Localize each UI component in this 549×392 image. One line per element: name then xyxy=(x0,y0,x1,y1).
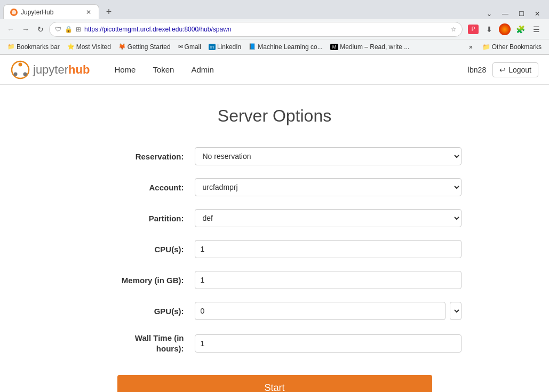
partition-control: def xyxy=(195,209,462,227)
server-options-form: Reservation: No reservation Account: urc… xyxy=(88,147,462,392)
jupyter-logo-text: jupyterhub xyxy=(33,63,90,77)
gpus-label: GPU(s): xyxy=(88,307,195,316)
partition-label: Partition: xyxy=(88,214,195,223)
linkedin-icon: in xyxy=(209,44,216,50)
ml-label: Machine Learning co... xyxy=(258,43,322,51)
folder-icon: 📁 xyxy=(482,43,490,51)
url-display: https://picottemgmt.urcf.drexel.edu:8000… xyxy=(84,26,448,33)
account-label: Account: xyxy=(88,183,195,192)
svg-point-2 xyxy=(19,62,22,66)
bookmark-star-icon[interactable]: ☆ xyxy=(451,26,457,33)
linkedin-label: LinkedIn xyxy=(217,43,241,51)
tab-favicon-icon xyxy=(10,9,18,16)
svg-point-0 xyxy=(12,10,16,14)
account-control: urcfadmprj xyxy=(195,178,462,196)
firefox-account-button[interactable] xyxy=(499,23,511,35)
refresh-button[interactable]: ↻ xyxy=(34,23,47,36)
cpus-label: CPU(s): xyxy=(88,245,195,254)
gmail-icon: ✉ xyxy=(178,43,183,50)
username-display: lbn28 xyxy=(468,66,486,74)
bookmark-gmail[interactable]: ✉ Gmail xyxy=(175,42,204,52)
most-visited-label: Most Visited xyxy=(76,43,111,51)
ml-icon: 📘 xyxy=(249,43,256,50)
gpus-row: GPU(s): No GRES xyxy=(88,302,462,320)
memory-input[interactable] xyxy=(195,271,462,289)
download-button[interactable]: ⬇ xyxy=(483,23,496,36)
logout-button[interactable]: ↩ Logout xyxy=(492,62,538,77)
window-overflow-button[interactable]: ⌄ xyxy=(482,9,497,19)
svg-point-4 xyxy=(23,72,27,76)
jupyter-logo-icon xyxy=(11,60,30,79)
reservation-select[interactable]: No reservation xyxy=(195,147,462,165)
bookmarks-overflow-button[interactable]: » xyxy=(466,42,476,52)
bookmark-ml[interactable]: 📘 Machine Learning co... xyxy=(245,42,325,52)
medium-icon: M xyxy=(330,44,339,50)
lock-icon: 🔒 xyxy=(65,26,73,33)
pocket-button[interactable]: P xyxy=(467,23,480,36)
most-visited-icon: ⭐ xyxy=(67,43,75,50)
walltime-label: Wall Time (inhours): xyxy=(88,333,195,354)
new-tab-button[interactable]: + xyxy=(101,4,116,19)
tab-title: JupyterHub xyxy=(21,9,82,16)
partition-row: Partition: def xyxy=(88,209,462,227)
reservation-row: Reservation: No reservation xyxy=(88,147,462,165)
gpus-type-select[interactable]: No GRES xyxy=(450,302,462,320)
bookmarks-bar-label: Bookmarks bar xyxy=(17,43,60,51)
shield-icon: 🛡 xyxy=(55,26,61,33)
memory-label: Memory (in GB): xyxy=(88,276,195,285)
window-close-button[interactable]: ✕ xyxy=(530,9,545,19)
extensions-button[interactable]: 🧩 xyxy=(514,23,527,36)
reservation-label: Reservation: xyxy=(88,152,195,161)
svg-point-3 xyxy=(14,72,18,76)
bookmark-medium[interactable]: M Medium – Read, write ... xyxy=(327,42,413,52)
gpus-spinner[interactable] xyxy=(195,302,445,320)
start-button-container: Start xyxy=(88,375,462,392)
jupyter-logo[interactable]: jupyterhub xyxy=(11,60,90,79)
tab-close-button[interactable]: ✕ xyxy=(85,7,92,17)
forward-button[interactable]: → xyxy=(19,23,32,36)
partition-select[interactable]: def xyxy=(195,209,462,227)
other-bookmarks-folder[interactable]: 📁 Other Bookmarks xyxy=(479,42,545,52)
header-right: lbn28 ↩ Logout xyxy=(468,62,538,77)
app-header: jupyterhub Home Token Admin lbn28 ↩ Logo… xyxy=(0,55,549,85)
bookmarks-bar-folder[interactable]: 📁 Bookmarks bar xyxy=(4,42,63,52)
app-nav: Home Token Admin xyxy=(106,61,222,78)
cpus-input[interactable] xyxy=(195,240,462,258)
gpus-control: No GRES xyxy=(195,302,462,320)
reader-mode-icon: ⊞ xyxy=(76,26,81,33)
cpus-control xyxy=(195,240,462,258)
bookmark-most-visited[interactable]: ⭐ Most Visited xyxy=(64,42,114,52)
getting-started-label: Getting Started xyxy=(128,43,171,51)
pocket-icon: P xyxy=(468,25,479,34)
reservation-control: No reservation xyxy=(195,147,462,165)
memory-row: Memory (in GB): xyxy=(88,271,462,289)
gmail-label: Gmail xyxy=(185,43,201,51)
browser-tab[interactable]: JupyterHub ✕ xyxy=(3,4,99,19)
menu-button[interactable]: ☰ xyxy=(530,23,543,36)
address-bar[interactable]: 🛡 🔒 ⊞ https://picottemgmt.urcf.drexel.ed… xyxy=(49,22,463,37)
window-minimize-button[interactable]: — xyxy=(498,9,513,19)
bookmarks-bar-icon: 📁 xyxy=(7,43,15,50)
logout-icon: ↩ xyxy=(499,66,506,74)
walltime-input[interactable] xyxy=(195,334,462,353)
other-bookmarks-label: Other Bookmarks xyxy=(492,43,542,51)
account-select[interactable]: urcfadmprj xyxy=(195,178,462,196)
window-maximize-button[interactable]: ☐ xyxy=(514,9,529,19)
medium-label: Medium – Read, write ... xyxy=(340,43,409,51)
main-content: Server Options Reservation: No reservati… xyxy=(0,85,549,392)
nav-token[interactable]: Token xyxy=(144,61,182,78)
page-title: Server Options xyxy=(11,106,538,126)
back-button: ← xyxy=(4,23,17,36)
memory-control xyxy=(195,271,462,289)
bookmarks-bar: 📁 Bookmarks bar ⭐ Most Visited 🦊 Getting… xyxy=(0,39,549,54)
bookmark-linkedin[interactable]: in LinkedIn xyxy=(205,42,244,52)
cpus-row: CPU(s): xyxy=(88,240,462,258)
walltime-control xyxy=(195,334,462,353)
bookmark-getting-started[interactable]: 🦊 Getting Started xyxy=(115,42,174,52)
nav-home[interactable]: Home xyxy=(106,61,144,78)
getting-started-icon: 🦊 xyxy=(118,43,126,50)
account-row: Account: urcfadmprj xyxy=(88,178,462,196)
start-button[interactable]: Start xyxy=(117,375,432,392)
nav-admin[interactable]: Admin xyxy=(182,61,222,78)
logout-label: Logout xyxy=(508,66,531,74)
